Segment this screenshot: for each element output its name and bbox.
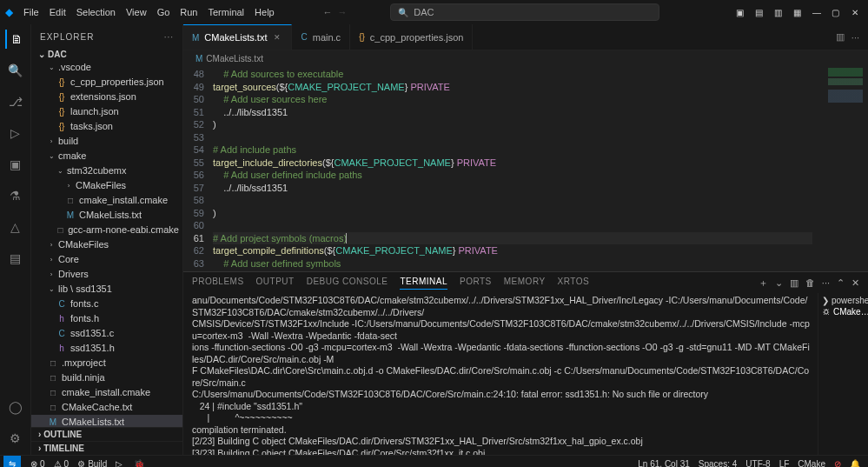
status-item[interactable]: ⚙Build <box>73 459 111 467</box>
layout-bottom-icon[interactable]: ▤ <box>752 4 767 20</box>
folder-item[interactable]: ⌄cmake <box>31 149 182 163</box>
status-item[interactable]: CMake <box>793 459 830 467</box>
code-content[interactable]: # Add sources to executabletarget_source… <box>213 66 812 271</box>
status-item[interactable]: UTF-8 <box>741 459 774 467</box>
file-item[interactable]: MCMakeLists.txt <box>31 208 182 223</box>
close-tab-icon[interactable]: ✕ <box>272 33 282 42</box>
editor[interactable]: 4849505152535455565758596061626364656667… <box>183 66 868 271</box>
breadcrumb[interactable]: M CMakeLists.txt <box>183 50 868 66</box>
remote-indicator[interactable]: ⇋ <box>3 456 21 468</box>
status-item[interactable]: ⊗0 <box>26 459 50 467</box>
sidebar-more-icon[interactable]: ··· <box>164 32 174 42</box>
editor-tab[interactable]: {}c_cpp_properties.json <box>350 24 473 50</box>
command-center[interactable]: 🔍 DAC <box>390 3 659 21</box>
folder-item[interactable]: ⌄lib \ ssd1351 <box>31 282 182 297</box>
settings-gear-icon[interactable]: ⚙ <box>6 429 25 448</box>
file-item[interactable]: hfonts.h <box>31 311 182 326</box>
outline-section[interactable]: › OUTLINE <box>31 427 182 441</box>
menu-go[interactable]: Go <box>152 7 176 17</box>
search-activity-icon[interactable]: 🔍 <box>6 61 25 80</box>
folder-item[interactable]: ⌄stm32cubemx <box>31 163 182 178</box>
menu-help[interactable]: Help <box>249 7 280 17</box>
terminal-instance[interactable]: ❯powershell <box>822 295 865 306</box>
terminal-output[interactable]: anu/Documents/Code/STM32F103C8T6/DAC/cma… <box>183 293 818 455</box>
workspace-root[interactable]: ⌄ DAC <box>31 49 182 60</box>
testing-activity-icon[interactable]: ⚗ <box>6 186 25 205</box>
terminal-instance[interactable]: ⛭CMake…● <box>822 306 865 317</box>
file-item[interactable]: □cmake_install.cmake <box>31 385 182 400</box>
file-tree[interactable]: ⌄ DAC ⌄.vscode{}c_cpp_properties.json{}e… <box>31 49 182 427</box>
panel-tab-debug-console[interactable]: DEBUG CONSOLE <box>307 277 388 290</box>
cmake-activity-icon[interactable]: △ <box>6 217 25 237</box>
status-item[interactable]: ⚠0 <box>50 459 74 467</box>
extensions-activity-icon[interactable]: ▣ <box>6 155 25 174</box>
close-window-icon[interactable]: ✕ <box>847 4 863 20</box>
file-item[interactable]: □gcc-arm-none-eabi.cmake <box>31 223 182 237</box>
folder-item[interactable]: ›CMakeFiles <box>31 178 182 193</box>
more-icon[interactable]: ··· <box>822 277 830 288</box>
terminal-list[interactable]: ❯powershell⛭CMake…● <box>818 293 868 455</box>
kill-terminal-icon[interactable]: 🗑 <box>805 277 815 288</box>
file-item[interactable]: {}tasks.json <box>31 119 182 134</box>
maximize-panel-icon[interactable]: ⌃ <box>837 277 845 289</box>
maximize-icon[interactable]: ▢ <box>828 4 844 20</box>
folder-item[interactable]: ›build <box>31 134 182 149</box>
debug-activity-icon[interactable]: ▷ <box>6 123 25 143</box>
file-item[interactable]: Cssd1351.c <box>31 326 182 341</box>
panel-tab-xrtos[interactable]: XRTOS <box>558 277 590 290</box>
file-item[interactable]: □build.ninja <box>31 370 182 385</box>
file-item[interactable]: □cmake_install.cmake <box>31 193 182 208</box>
folder-item[interactable]: ›CMakeFiles <box>31 237 182 252</box>
file-item[interactable]: □CMakeCache.txt <box>31 400 182 415</box>
terminal-dropdown-icon[interactable]: ⌄ <box>775 277 783 289</box>
new-terminal-icon[interactable]: ＋ <box>759 277 768 290</box>
status-item[interactable]: LF <box>775 459 794 467</box>
panel-tab-terminal[interactable]: TERMINAL <box>400 277 447 290</box>
folder-item[interactable]: ›Drivers <box>31 267 182 282</box>
menu-run[interactable]: Run <box>175 7 202 17</box>
file-item[interactable]: {}extensions.json <box>31 90 182 104</box>
layout-left-icon[interactable]: ▣ <box>732 4 748 20</box>
memory-activity-icon[interactable]: ▤ <box>6 249 25 268</box>
nav-fwd-icon[interactable]: → <box>338 7 348 17</box>
close-panel-icon[interactable]: ✕ <box>851 277 859 289</box>
panel-tab-problems[interactable]: PROBLEMS <box>192 277 244 290</box>
accounts-icon[interactable]: ◯ <box>6 397 25 417</box>
editor-tab[interactable]: MCMakeLists.txt✕ <box>183 24 292 50</box>
file-item[interactable]: □.mxproject <box>31 356 182 370</box>
minimize-icon[interactable]: — <box>809 4 825 20</box>
menu-view[interactable]: View <box>121 7 152 17</box>
status-item[interactable]: ▷ <box>111 459 129 467</box>
split-editor-icon[interactable]: ▥ <box>836 31 845 43</box>
nav-back-icon[interactable]: ← <box>323 7 333 17</box>
menu-edit[interactable]: Edit <box>44 7 71 17</box>
menu-terminal[interactable]: Terminal <box>203 7 250 17</box>
minimap[interactable] <box>812 66 868 271</box>
scm-activity-icon[interactable]: ⎇ <box>6 92 25 111</box>
layout-right-icon[interactable]: ▥ <box>771 4 786 20</box>
more-actions-icon[interactable]: ··· <box>851 32 859 43</box>
file-item[interactable]: Cfonts.c <box>31 297 182 311</box>
status-item[interactable]: ⊘ <box>830 459 845 467</box>
panel-tab-ports[interactable]: PORTS <box>460 277 492 290</box>
status-item[interactable]: 🔔 <box>845 459 865 467</box>
file-item[interactable]: {}launch.json <box>31 104 182 119</box>
file-item[interactable]: hssd1351.h <box>31 341 182 356</box>
menu-selection[interactable]: Selection <box>71 7 121 17</box>
panel-tab-memory[interactable]: MEMORY <box>504 277 546 290</box>
explorer-activity-icon[interactable]: 🗎 <box>5 30 24 49</box>
menu-file[interactable]: File <box>18 7 44 17</box>
file-item[interactable]: MCMakeLists.txt <box>31 415 182 427</box>
status-item[interactable]: 🐞 <box>129 459 151 467</box>
panel-tab-output[interactable]: OUTPUT <box>256 277 295 290</box>
split-terminal-icon[interactable]: ▥ <box>790 277 798 289</box>
layout-custom-icon[interactable]: ▦ <box>790 4 805 20</box>
status-item[interactable]: Ln 61, Col 31 <box>633 459 694 467</box>
file-item[interactable]: {}c_cpp_properties.json <box>31 75 182 90</box>
folder-item[interactable]: ⌄.vscode <box>31 60 182 75</box>
vscode-logo-icon: ◆ <box>5 6 13 18</box>
editor-tab[interactable]: Cmain.c <box>292 24 350 50</box>
timeline-section[interactable]: › TIMELINE <box>31 441 182 455</box>
status-item[interactable]: Spaces: 4 <box>694 459 741 467</box>
folder-item[interactable]: ›Core <box>31 252 182 267</box>
